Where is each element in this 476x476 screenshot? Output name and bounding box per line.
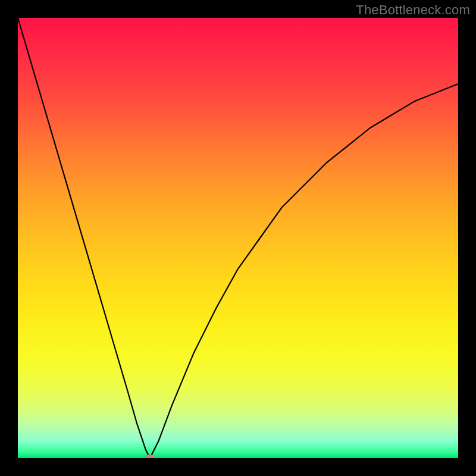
watermark-text: TheBottleneck.com [356, 2, 470, 18]
chart-frame: TheBottleneck.com [0, 0, 476, 476]
plot-area [18, 18, 458, 458]
minimum-marker [145, 455, 155, 458]
bottleneck-curve-path [18, 18, 458, 458]
curve-svg [18, 18, 458, 458]
